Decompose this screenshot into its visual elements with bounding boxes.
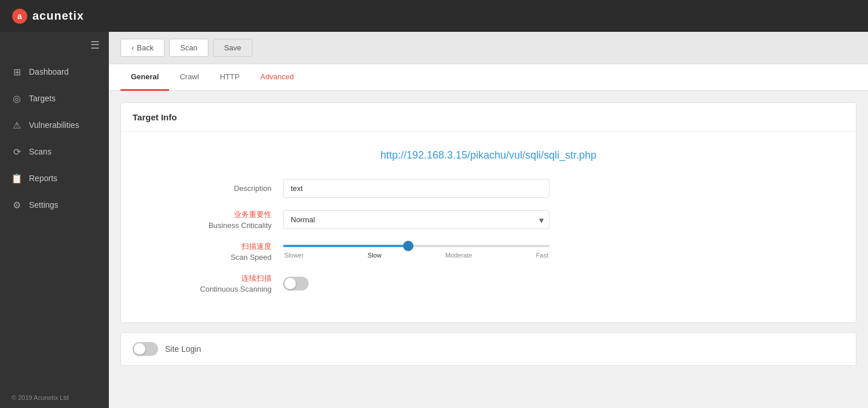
- site-login-toggle-knob: [134, 343, 145, 355]
- svg-text:a: a: [17, 12, 22, 21]
- slider-track: [283, 245, 550, 247]
- continuous-scanning-row: 连续扫描 Continuous Scanning: [133, 273, 844, 293]
- slider-thumb[interactable]: [403, 241, 413, 251]
- logo-area: a acunetix: [12, 8, 84, 24]
- sidebar-item-label: Reports: [29, 174, 57, 183]
- report-icon: 📋: [12, 173, 22, 183]
- criticality-label-cn: 业务重要性: [234, 209, 272, 220]
- sidebar-item-settings[interactable]: ⚙ Settings: [0, 192, 109, 218]
- continuous-control: [283, 277, 550, 291]
- site-login-card: Site Login: [120, 332, 856, 366]
- target-icon: ◎: [12, 93, 22, 104]
- description-label-group: Description: [156, 184, 272, 193]
- tab-http[interactable]: HTTP: [210, 64, 250, 91]
- description-control: [283, 179, 550, 198]
- criticality-select-wrapper: Critical High Normal Low Informational ▾: [283, 210, 550, 229]
- criticality-label-group: 业务重要性 Business Criticality: [156, 209, 272, 230]
- sidebar-item-scans[interactable]: ⟳ Scans: [0, 138, 109, 165]
- settings-icon: ⚙: [12, 200, 22, 210]
- card-title: Target Info: [121, 103, 856, 132]
- tab-general[interactable]: General: [120, 64, 169, 91]
- description-row: Description: [133, 179, 844, 198]
- description-input[interactable]: [283, 179, 550, 198]
- speed-label-slower: Slower: [284, 252, 304, 259]
- sidebar-item-label: Scans: [29, 147, 52, 156]
- scan-speed-label-en: Scan Speed: [230, 253, 272, 262]
- tab-crawl[interactable]: Crawl: [169, 64, 209, 91]
- save-button[interactable]: Save: [213, 39, 252, 57]
- scan-speed-row: 扫描速度 Scan Speed Slower Slow Moder: [133, 241, 844, 262]
- speed-label-fast: Fast: [536, 252, 548, 259]
- slider-fill: [283, 245, 408, 247]
- criticality-control: Critical High Normal Low Informational ▾: [283, 210, 550, 229]
- toolbar: ‹ Back Scan Save: [109, 32, 868, 64]
- target-url: http://192.168.3.15/pikachu/vul/sqli/sql…: [133, 149, 844, 161]
- continuous-label-cn: 连续扫描: [241, 273, 272, 284]
- page-content: Target Info http://192.168.3.15/pikachu/…: [109, 91, 868, 408]
- sidebar: ☰ ⊞ Dashboard ◎ Targets ⚠ Vulnerabilitie…: [0, 32, 109, 408]
- grid-icon: ⊞: [12, 67, 22, 77]
- scan-speed-label-cn: 扫描速度: [241, 241, 272, 252]
- sidebar-footer: © 2019 Acunetix Ltd: [0, 387, 109, 408]
- sidebar-item-label: Dashboard: [29, 67, 69, 76]
- tabs: General Crawl HTTP Advanced: [109, 64, 868, 91]
- sidebar-item-dashboard[interactable]: ⊞ Dashboard: [0, 58, 109, 85]
- scan-speed-label-group: 扫描速度 Scan Speed: [156, 241, 272, 262]
- tab-advanced[interactable]: Advanced: [250, 64, 305, 91]
- sidebar-item-label: Targets: [29, 94, 56, 103]
- scan-icon: ⟳: [12, 146, 22, 157]
- chevron-left-icon: ‹: [131, 43, 134, 52]
- continuous-toggle[interactable]: [283, 277, 309, 291]
- speed-label-slow: Slow: [368, 252, 382, 259]
- content-area: ‹ Back Scan Save General Crawl HTTP Adva…: [109, 32, 868, 408]
- slider-labels: Slower Slow Moderate Fast: [283, 252, 550, 259]
- shield-icon: ⚠: [12, 120, 22, 130]
- description-label: Description: [234, 184, 272, 193]
- site-login-toggle[interactable]: [133, 342, 158, 356]
- scan-button[interactable]: Scan: [169, 39, 208, 57]
- criticality-row: 业务重要性 Business Criticality Critical High…: [133, 209, 844, 230]
- target-info-card: Target Info http://192.168.3.15/pikachu/…: [120, 102, 856, 323]
- sidebar-item-targets[interactable]: ◎ Targets: [0, 85, 109, 112]
- topbar: a acunetix: [0, 0, 868, 32]
- sidebar-item-label: Settings: [29, 200, 58, 209]
- toggle-knob: [284, 278, 296, 289]
- criticality-label-en: Business Criticality: [208, 221, 272, 230]
- site-login-label: Site Login: [165, 344, 201, 354]
- logo-text: acunetix: [32, 9, 84, 23]
- continuous-label-group: 连续扫描 Continuous Scanning: [156, 273, 272, 293]
- sidebar-item-vulnerabilities[interactable]: ⚠ Vulnerabilities: [0, 112, 109, 138]
- acunetix-logo-icon: a: [12, 8, 28, 24]
- sidebar-item-label: Vulnerabilities: [29, 120, 79, 130]
- scan-speed-control: Slower Slow Moderate Fast: [283, 245, 550, 259]
- sidebar-item-reports[interactable]: 📋 Reports: [0, 165, 109, 192]
- speed-label-moderate: Moderate: [445, 252, 472, 259]
- continuous-label-en: Continuous Scanning: [200, 285, 272, 293]
- sidebar-nav: ⊞ Dashboard ◎ Targets ⚠ Vulnerabilities …: [0, 58, 109, 387]
- sidebar-menu-icon[interactable]: ☰: [0, 32, 109, 58]
- back-button[interactable]: ‹ Back: [120, 39, 164, 57]
- criticality-select[interactable]: Critical High Normal Low Informational: [283, 210, 550, 229]
- target-url-link[interactable]: http://192.168.3.15/pikachu/vul/sqli/sql…: [380, 149, 596, 161]
